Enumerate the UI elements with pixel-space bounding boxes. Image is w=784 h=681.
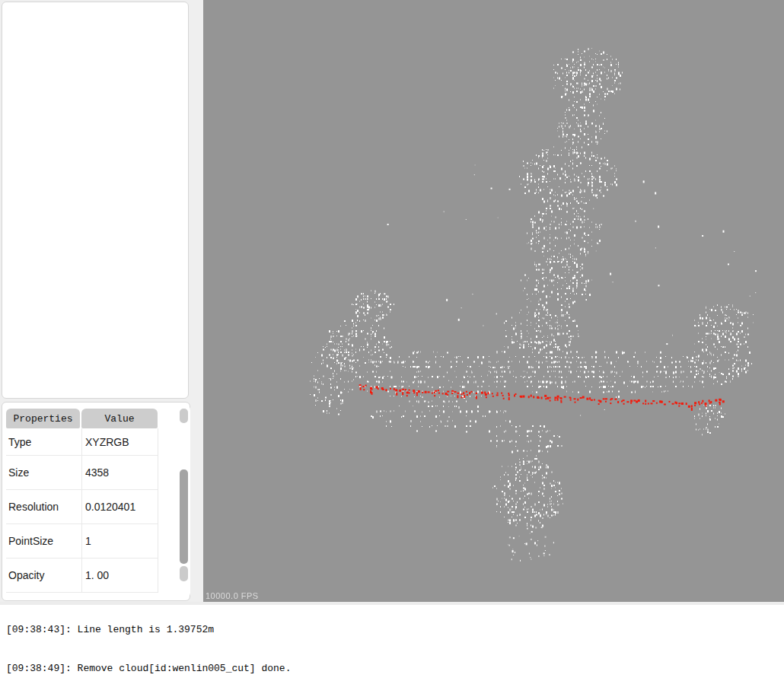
- table-row: Type XYZRGB: [6, 428, 158, 456]
- point-cloud-canvas[interactable]: [203, 0, 784, 602]
- property-value[interactable]: XYZRGB: [82, 428, 158, 455]
- log-divider: [0, 602, 784, 605]
- properties-table: Type XYZRGB Size 4358 Resolution 0.01204…: [6, 428, 158, 593]
- property-value[interactable]: 0.0120401: [82, 490, 158, 523]
- property-label: Size: [6, 456, 82, 489]
- scrollbar-thumb[interactable]: [180, 469, 188, 564]
- property-value[interactable]: 1. 00: [82, 558, 158, 592]
- table-row: Opacity 1. 00: [6, 558, 158, 593]
- properties-panel: Properties Value Type XYZRGB Size 4358 R…: [2, 402, 190, 601]
- properties-table-header: Properties Value: [6, 409, 158, 428]
- header-properties: Properties: [6, 409, 80, 428]
- table-row: Size 4358: [6, 456, 158, 490]
- app-window: Properties Value Type XYZRGB Size 4358 R…: [0, 0, 784, 681]
- log-console[interactable]: [09:38:43]: Line length is 1.39752m [09:…: [0, 602, 784, 681]
- log-line-clipped: [09:38:43]: Line length is 1.39752m: [6, 623, 784, 636]
- properties-scrollbar[interactable]: [178, 404, 190, 599]
- log-line: [09:38:49]: Remove cloud[id:wenlin005_cu…: [6, 662, 784, 675]
- property-value[interactable]: 4358: [82, 456, 158, 489]
- property-label: Opacity: [6, 558, 82, 592]
- table-row: PointSize 1: [6, 524, 158, 558]
- cloud-list-panel[interactable]: [2, 2, 189, 399]
- property-label: Type: [6, 428, 82, 455]
- property-label: PointSize: [6, 524, 82, 558]
- property-value[interactable]: 1: [82, 524, 158, 558]
- log-lines: [09:38:43]: Line length is 1.39752m [09:…: [6, 602, 784, 681]
- viewport-3d: 10000.0 FPS: [203, 0, 784, 602]
- scrollbar-down-button[interactable]: [180, 566, 188, 581]
- scrollbar-up-button[interactable]: [180, 409, 188, 423]
- fps-counter: 10000.0 FPS: [206, 591, 259, 600]
- header-value: Value: [81, 409, 158, 428]
- property-label: Resolution: [6, 490, 82, 523]
- table-row: Resolution 0.0120401: [6, 490, 158, 524]
